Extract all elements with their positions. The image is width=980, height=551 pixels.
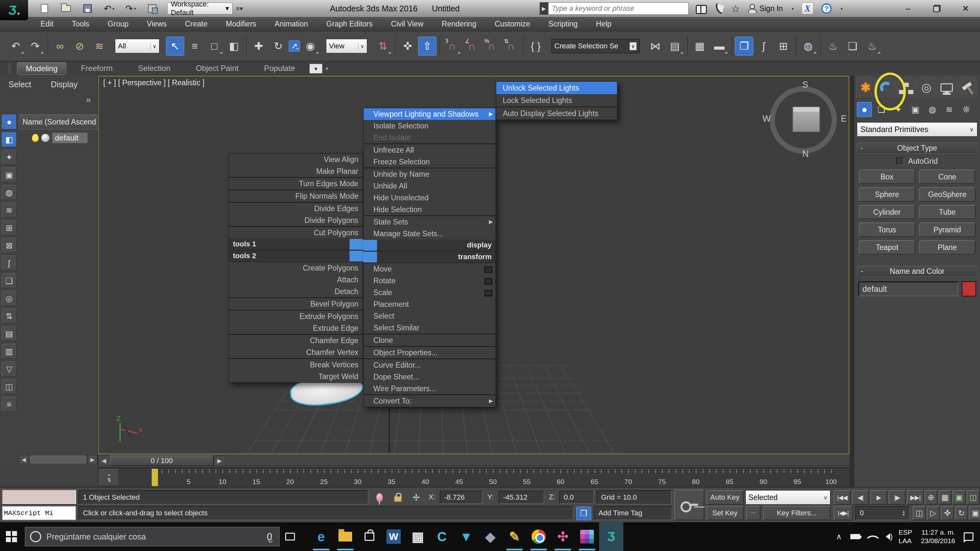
filter-helpers-icon[interactable]: ◍ [2,185,17,200]
primitive-button[interactable]: Box [859,170,915,184]
pen-app[interactable]: ◆ [478,522,503,551]
quad-menu-item[interactable]: Extrude Polygons [229,311,363,322]
autogrid-checkbox[interactable] [896,158,904,166]
submenu-item[interactable]: Auto Display Selected Lights [496,107,617,119]
spacewarps-icon[interactable]: ≋ [942,102,957,117]
utilities-tab-icon[interactable] [958,77,977,97]
display-tab-icon[interactable] [937,77,956,97]
filter-spacewarps-icon[interactable]: ≋ [2,202,17,218]
quad-menu-item[interactable]: Dope Sheet... [364,371,496,383]
play-icon[interactable]: ▶ [870,490,887,505]
pan-icon[interactable]: ✜ [941,506,954,520]
filter-shapes-icon[interactable]: ◧ [2,132,17,147]
notification-center-icon[interactable] [964,532,974,541]
primitive-button[interactable]: Tube [919,205,976,219]
quad-menu-item[interactable]: Extrude Edge [229,322,363,334]
select-by-name-icon[interactable]: ≡ [186,37,204,56]
geometry-icon[interactable]: ● [857,102,872,117]
communication-center-icon[interactable] [713,3,724,14]
menu-item[interactable]: Help [596,20,611,29]
file-explorer[interactable] [333,522,357,551]
quad-menu-item[interactable]: Convert To: [364,395,496,407]
object-color-swatch[interactable] [962,281,976,296]
quad-menu-item[interactable]: Make Planar [229,166,363,177]
menu-item[interactable]: Civil View [391,20,423,29]
scroll-right-button[interactable]: ▶ [88,455,97,464]
quad-menu-item[interactable]: Chamfer Edge [229,334,363,346]
render-setup-icon[interactable]: ♨ [824,37,842,56]
sign-in-caret-icon[interactable]: ▾ [792,6,794,11]
window-crossing-icon[interactable]: ◧ [225,37,243,56]
object-type-header[interactable]: - Object Type [857,142,977,154]
angle-snap-icon[interactable]: ∩∠ [463,37,481,56]
open-file-button[interactable] [59,3,73,14]
quad-menu-item[interactable]: Manage State Sets... [364,228,496,240]
orbit-icon[interactable]: ↻ [955,506,968,520]
filter-bones-icon[interactable]: ∫ [2,256,17,271]
primitive-button[interactable]: Pyramid [919,223,976,237]
current-frame-field[interactable]: 0 ▲▼ [855,506,910,520]
cortana-search-box[interactable]: Pregúntame cualquier cosa [25,527,280,546]
quad-menu-item[interactable]: Unfreeze All [364,144,496,156]
mini-curve-editor-button[interactable]: ≈⇅ [99,469,119,486]
project-folder-button[interactable] [146,3,159,14]
new-scene-button[interactable] [38,3,51,14]
select-object-icon[interactable]: ↖ [166,37,184,56]
menu-item[interactable]: Views [147,20,167,29]
primitive-button[interactable]: Sphere [859,187,915,202]
track-bar[interactable]: ≈⇅ 0510152025303540455055606570758085909… [98,467,850,487]
ribbon-tab[interactable]: Populate [253,62,306,75]
menu-item[interactable]: Graph Editors [326,20,373,29]
restore-button[interactable] [923,0,951,17]
menu-item[interactable]: Rendering [442,20,476,29]
object-name-label[interactable]: default [52,133,88,143]
render-production-icon[interactable]: ♨ [863,37,881,56]
filter-cameras-icon[interactable]: ▣ [2,167,17,182]
ribbon-tab[interactable]: Modeling [17,62,66,75]
calculator[interactable]: ▦ [406,522,430,551]
explorer-overflow-chevron-icon[interactable]: » [86,95,91,105]
lights-icon[interactable]: ✦ [891,102,906,117]
selection-filter-dropdown[interactable]: All∨ [115,39,159,53]
move-icon[interactable]: ✚ [250,37,268,56]
search-icon[interactable] [696,4,707,13]
ribbon-display-dropdown[interactable]: ▼ [309,64,323,73]
minimize-button[interactable]: – [894,0,923,17]
primitive-button[interactable]: Plane [919,240,976,255]
spinner-snap-icon[interactable]: ∩⇅ [502,37,520,56]
exchange-apps-icon[interactable]: X [802,3,813,14]
quad-menu-item[interactable]: Create Polygons [229,262,363,274]
visibility-bulb-icon[interactable] [32,134,38,142]
close-button[interactable]: ✕ [951,0,980,17]
menu-item[interactable]: Group [108,20,128,29]
compass-west[interactable]: W [762,114,771,124]
compass-north[interactable]: N [802,149,809,159]
menu-item[interactable]: Animation [275,20,308,29]
quad-menu-item[interactable]: Isolate Selection [364,120,496,132]
menu-item[interactable]: Customize [495,20,530,29]
quad-menu-item[interactable]: View Align [229,154,363,166]
scrollbar-thumb[interactable] [30,455,86,463]
quad-menu-item[interactable]: State Sets [364,216,496,228]
shapes-icon[interactable]: ❏ [874,102,889,117]
ribbon-tab[interactable]: Object Paint [185,62,250,75]
microphone-icon[interactable] [267,533,272,540]
quad-menu-item[interactable]: Select Similar [364,322,496,334]
previous-frame-arrow[interactable]: ◀ [98,455,110,466]
filter-lights-icon[interactable]: ✦ [2,150,17,165]
zoom-extents-all-icon[interactable]: ◫ [967,490,980,505]
help-icon[interactable]: ? [821,3,832,14]
explorer-display-menu[interactable]: Display [51,80,78,89]
z-coord-field[interactable]: 0.0 [559,491,594,504]
menu-item[interactable]: Create [185,20,207,29]
display-mode-icon[interactable]: ▥ [2,344,17,359]
hierarchy-tab-icon[interactable] [897,77,916,97]
view-cube[interactable]: S W E N [764,81,846,159]
selection-region-icon[interactable]: □ [205,37,223,56]
app-logo[interactable]: Ӡ ▾ [0,0,28,20]
go-to-end-icon[interactable]: ▶▶| [907,490,924,505]
quad-menu-item[interactable]: Flip Normals Mode [229,190,363,202]
quad-menu-item[interactable]: Divide Polygons [229,214,363,226]
scene-explorer-icon[interactable]: ❐ [735,37,753,56]
field-of-view-icon[interactable]: ▷ [927,506,940,520]
